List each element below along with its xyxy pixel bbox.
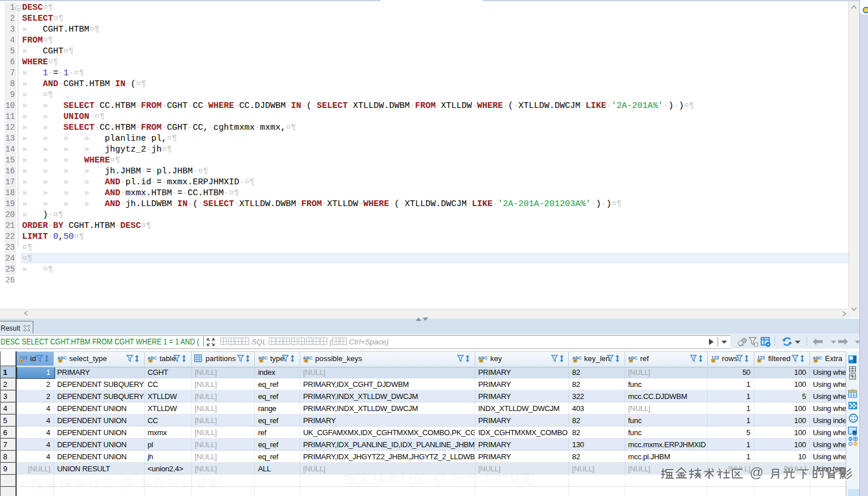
svg-text:@: @ [120,475,134,490]
svg-text:@: @ [750,466,764,480]
svg-text:@: @ [433,471,447,485]
